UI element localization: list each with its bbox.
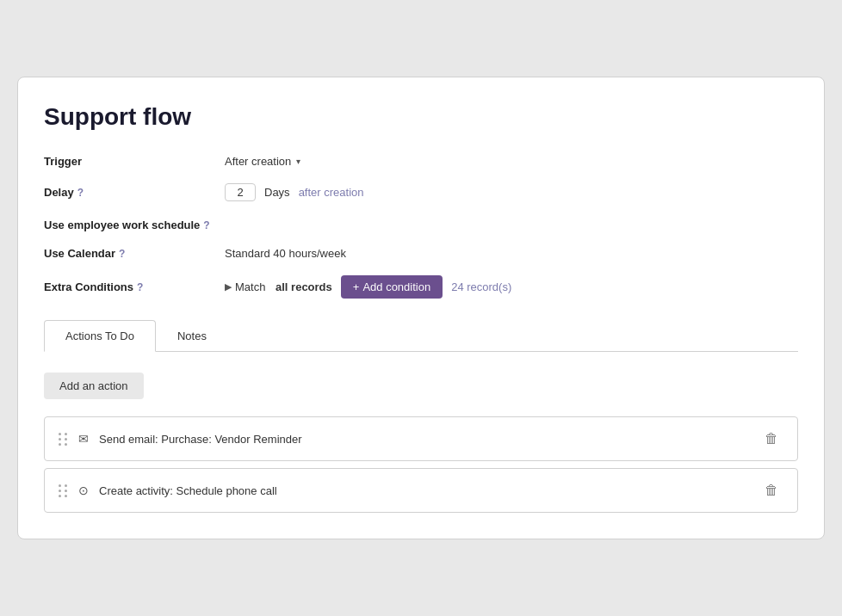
tab-content-actions: Add an action ✉ Send email: Purchase: [44, 352, 798, 513]
delete-action-1-button[interactable]: 🗑: [759, 429, 783, 448]
employee-schedule-row: Use employee work schedule ?: [44, 217, 798, 231]
action-list: ✉ Send email: Purchase: Vendor Reminder …: [44, 416, 798, 513]
employee-schedule-label: Use employee work schedule ?: [44, 219, 225, 231]
extra-conditions-help-icon[interactable]: ?: [137, 281, 143, 293]
delay-help-icon[interactable]: ?: [77, 187, 84, 199]
tabs-container: Actions To Do Notes: [44, 319, 798, 352]
extra-conditions-value: ▶ Match all records + Add condition 24 r…: [225, 275, 511, 299]
email-icon: ✉: [78, 432, 89, 446]
employee-schedule-help-icon[interactable]: ?: [203, 219, 209, 231]
extra-conditions-label: Extra Conditions ?: [44, 280, 225, 293]
tab-actions-to-do[interactable]: Actions To Do: [44, 320, 156, 352]
trigger-value: After creation ▾: [225, 155, 300, 168]
delete-action-2-button[interactable]: 🗑: [759, 481, 783, 500]
delay-label: Delay ?: [44, 186, 225, 199]
calendar-row: Use Calendar ? Standard 40 hours/week: [44, 247, 798, 260]
activity-icon: ⊙: [78, 484, 89, 497]
trigger-select[interactable]: After creation ▾: [225, 155, 300, 168]
trigger-label: Trigger: [44, 155, 225, 168]
delay-value: 2 Days after creation: [225, 183, 364, 201]
records-count[interactable]: 24 record(s): [451, 280, 511, 293]
calendar-display: Standard 40 hours/week: [225, 247, 346, 260]
add-action-button[interactable]: Add an action: [44, 373, 144, 399]
action-item: ✉ Send email: Purchase: Vendor Reminder …: [44, 416, 798, 461]
match-arrow-icon: ▶: [225, 281, 232, 293]
main-card: Support flow Trigger After creation ▾ De…: [17, 77, 825, 539]
tab-notes[interactable]: Notes: [156, 320, 228, 352]
trigger-row: Trigger After creation ▾: [44, 155, 798, 168]
delay-context: after creation: [299, 186, 364, 199]
drag-handle-2[interactable]: [59, 484, 68, 497]
add-condition-button[interactable]: + Add condition: [341, 275, 443, 299]
delay-unit: Days: [264, 186, 290, 199]
calendar-value: Standard 40 hours/week: [225, 247, 346, 260]
page-title: Support flow: [44, 103, 798, 131]
extra-conditions-row: Extra Conditions ? ▶ Match all records +…: [44, 275, 798, 299]
delay-number-input[interactable]: 2: [225, 183, 256, 201]
add-condition-plus-icon: +: [353, 280, 360, 293]
form-section: Trigger After creation ▾ Delay ? 2 Days …: [44, 155, 798, 299]
delay-row: Delay ? 2 Days after creation: [44, 183, 798, 201]
drag-handle-1[interactable]: [59, 433, 68, 446]
action-item: ⊙ Create activity: Schedule phone call 🗑: [44, 468, 798, 513]
trigger-chevron-icon: ▾: [296, 157, 300, 166]
match-text: ▶ Match all records: [225, 280, 332, 293]
action-label-2: Create activity: Schedule phone call: [99, 484, 749, 497]
calendar-help-icon[interactable]: ?: [119, 248, 125, 260]
action-label-1: Send email: Purchase: Vendor Reminder: [99, 433, 749, 446]
calendar-label: Use Calendar ?: [44, 247, 225, 260]
